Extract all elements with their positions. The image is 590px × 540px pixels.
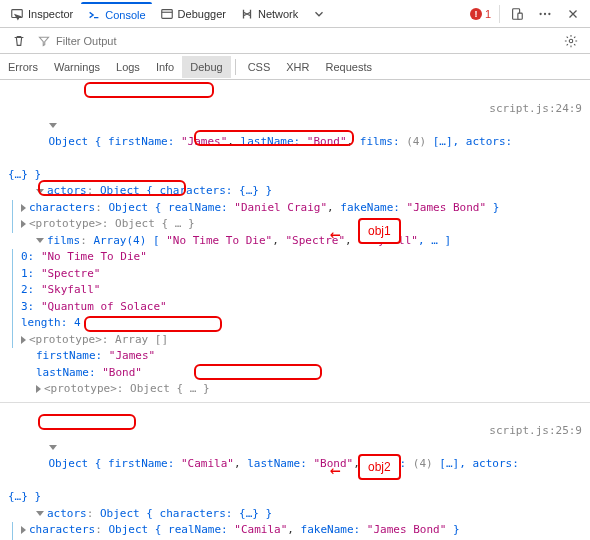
expand-icon[interactable] (36, 189, 44, 194)
expand-icon[interactable] (36, 385, 41, 393)
annotation-label: obj2 (358, 454, 401, 480)
console-output: script.js:24:9 Object { firstName: "Jame… (0, 80, 590, 540)
network-icon (240, 7, 254, 21)
tablet-icon (510, 7, 524, 21)
tab-warnings[interactable]: Warnings (46, 56, 108, 78)
array-length: length: 4 (21, 315, 582, 332)
close-icon (566, 7, 580, 21)
debugger-icon (160, 7, 174, 21)
gear-icon (564, 34, 578, 48)
clear-console[interactable] (6, 30, 32, 52)
prototype-row[interactable]: <prototype>: Object { … } (8, 381, 582, 398)
expand-icon[interactable] (21, 336, 26, 344)
expand-icon[interactable] (21, 526, 26, 534)
console-tab[interactable]: Console (81, 2, 151, 26)
prop-actors[interactable]: actors: Object { characters: {…} } (8, 506, 582, 523)
log-divider (0, 402, 590, 403)
close-devtools[interactable] (560, 3, 586, 25)
svg-point-6 (548, 12, 550, 14)
array-item: 1: "Spectre" (21, 266, 582, 283)
svg-point-5 (544, 12, 546, 14)
prop-firstname: firstName: "James" (8, 348, 582, 365)
source-link[interactable]: script.js:24:9 (489, 101, 582, 118)
prototype-row[interactable]: <prototype>: Object { … } (21, 216, 582, 233)
error-icon: ! (470, 8, 482, 20)
tab-requests[interactable]: Requests (318, 56, 380, 78)
network-label: Network (258, 8, 298, 20)
more-menu[interactable] (532, 3, 558, 25)
prop-films[interactable]: films: Array(4) [ "No Time To Die", "Spe… (8, 233, 582, 250)
responsive-mode[interactable] (504, 3, 530, 25)
tab-logs[interactable]: Logs (108, 56, 148, 78)
chevrons-icon (312, 7, 326, 21)
inspector-label: Inspector (28, 8, 73, 20)
log-row[interactable]: script.js:24:9 Object { firstName: "Jame… (8, 84, 582, 167)
debugger-label: Debugger (178, 8, 226, 20)
svg-rect-1 (161, 9, 172, 18)
filter-input[interactable] (56, 35, 552, 47)
annotation-arrow-icon: ← (330, 220, 341, 247)
inspector-tab[interactable]: Inspector (4, 3, 79, 25)
error-badge[interactable]: ! 1 (466, 8, 495, 20)
object-label: Object { (49, 135, 109, 148)
log-row-cont: {…} } (8, 489, 582, 506)
tab-info[interactable]: Info (148, 56, 182, 78)
expand-icon[interactable] (36, 238, 44, 243)
expand-icon[interactable] (21, 220, 26, 228)
tab-css[interactable]: CSS (240, 56, 279, 78)
devtools-toolbar: Inspector Console Debugger Network ! 1 (0, 0, 590, 28)
expand-icon[interactable] (49, 123, 57, 128)
kebab-icon (538, 7, 552, 21)
filter-tabs: Errors Warnings Logs Info Debug CSS XHR … (0, 54, 590, 80)
console-icon (87, 8, 101, 22)
log-row[interactable]: script.js:25:9 Object { firstName: "Cami… (8, 407, 582, 490)
array-item: 2: "Skyfall" (21, 282, 582, 299)
filter-row (0, 28, 590, 54)
svg-rect-3 (518, 13, 522, 19)
console-label: Console (105, 9, 145, 21)
expand-icon[interactable] (21, 204, 26, 212)
tab-debug[interactable]: Debug (182, 56, 230, 78)
debugger-tab[interactable]: Debugger (154, 3, 232, 25)
array-item: 3: "Quantum of Solace" (21, 299, 582, 316)
overflow-tabs[interactable] (306, 3, 332, 25)
filter-icon (38, 35, 50, 47)
console-settings[interactable] (558, 30, 584, 52)
prototype-row[interactable]: <prototype>: Array [] (21, 332, 582, 349)
annotation-label: obj1 (358, 218, 401, 244)
trash-icon (12, 34, 26, 48)
prop-characters[interactable]: characters: Object { realName: "Camila",… (21, 522, 582, 539)
error-count: 1 (485, 8, 491, 20)
tab-xhr[interactable]: XHR (278, 56, 317, 78)
prop-actors[interactable]: actors: actors: Object { characters: {…}… (8, 183, 582, 200)
source-link[interactable]: script.js:25:9 (489, 423, 582, 440)
svg-point-7 (569, 39, 573, 43)
prop-lastname: lastName: "Bond" (8, 365, 582, 382)
expand-icon[interactable] (36, 511, 44, 516)
inspector-icon (10, 7, 24, 21)
annotation-arrow-icon: ← (330, 456, 341, 483)
log-row-cont: {…} } (8, 167, 582, 184)
expand-icon[interactable] (49, 445, 57, 450)
svg-point-4 (539, 12, 541, 14)
array-item: 0: "No Time To Die" (21, 249, 582, 266)
network-tab[interactable]: Network (234, 3, 304, 25)
prop-characters[interactable]: characters: Object { realName: "Daniel C… (21, 200, 582, 217)
tab-errors[interactable]: Errors (0, 56, 46, 78)
